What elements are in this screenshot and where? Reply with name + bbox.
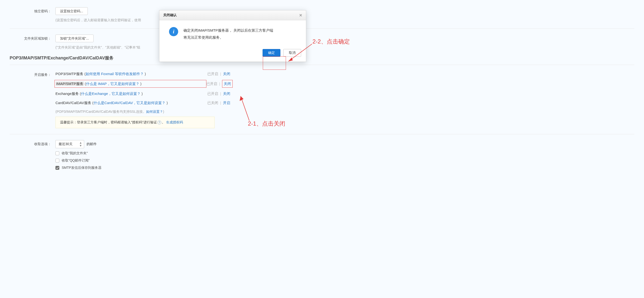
checkbox-label: 收取"我的文件夹" xyxy=(62,151,88,156)
service-name: CardDAV/CalDAV服务 xyxy=(56,101,92,105)
checkbox-qqsubscribe[interactable]: 收取"QQ邮件订阅" xyxy=(56,159,634,163)
service-toggle-link[interactable]: 关闭 xyxy=(223,91,230,97)
checkbox-icon xyxy=(56,166,59,170)
dialog-message-line2: 将无法正常使用此服务。 xyxy=(184,34,273,41)
dialog-message-line1: 确定关闭IMAP/SMTP服务器， 关闭以后在第三方客户端 xyxy=(184,27,273,34)
service-name: IMAP/SMTP服务 xyxy=(56,82,84,86)
checkbox-icon xyxy=(56,159,59,163)
separator: | xyxy=(220,100,221,106)
separator: | xyxy=(220,71,221,77)
service-name: Exchange服务 xyxy=(56,91,79,96)
service-name: POP3/SMTP服务 xyxy=(56,72,84,76)
service-status: 已开启 xyxy=(207,91,218,97)
checkbox-smtp-save[interactable]: SMTP发信后保存到服务器 xyxy=(56,166,634,170)
service-help-link[interactable]: 什么是CardDAV/CalDAV，它又是如何设置？ xyxy=(94,101,166,105)
separator: | xyxy=(220,91,221,97)
service-status: 已关闭 xyxy=(207,100,218,106)
divider xyxy=(10,65,634,65)
tip-text: 温馨提示：登录第三方客户端时，密码框请输入"授权码"进行验证 xyxy=(60,120,157,124)
service-exchange: Exchange服务 (什么是Exchange，它又是如何设置？ ) 已开启 |… xyxy=(56,91,634,97)
generate-auth-code-link[interactable]: 生成授权码 xyxy=(166,120,183,124)
services-section-title: POP3/IMAP/SMTP/Exchange/CardDAV/CalDAV服务 xyxy=(10,55,634,61)
service-status: 已开启 xyxy=(206,81,217,87)
independent-password-label: 独立密码： xyxy=(10,7,56,15)
divider xyxy=(10,134,634,134)
auth-code-tipbox: 温馨提示：登录第三方客户端时，密码框请输入"授权码"进行验证?。 生成授权码 xyxy=(56,117,214,128)
info-icon: i xyxy=(169,27,178,36)
enable-service-label: 开启服务： xyxy=(10,71,56,78)
service-help-link[interactable]: 什么是Exchange，它又是如何设置？ xyxy=(81,91,140,96)
folder-lock-hint: ("文件夹区域"是由"我的文件夹"、"其他邮箱"、"记事本"组 xyxy=(56,45,634,50)
checkbox-label: 收取"QQ邮件订阅" xyxy=(62,159,90,163)
divider xyxy=(10,29,634,29)
separator: | xyxy=(219,81,220,87)
service-help-link[interactable]: 如何使用 Foxmail 等软件收发邮件？ xyxy=(86,72,144,76)
updown-icon: ▲▼ xyxy=(79,141,82,147)
checkbox-myfolder[interactable]: 收取"我的文件夹" xyxy=(56,151,634,156)
select-value: 最近30天 xyxy=(58,142,72,146)
checkbox-label: SMTP发信后保存到服务器 xyxy=(62,166,102,170)
service-toggle-link[interactable]: 开启 xyxy=(223,100,230,106)
close-confirm-dialog: 关闭确认 × i 确定关闭IMAP/SMTP服务器， 关闭以后在第三方客户端 将… xyxy=(159,10,306,62)
receive-suffix: 的邮件 xyxy=(86,142,97,146)
ssl-hint: (POP3/IMAP/SMTP/CardDAV/CalDAV服务均支持SSL连接… xyxy=(56,109,634,114)
independent-password-hint: (设置独立密码后，进入邮箱需要输入独立密码验证，使用 xyxy=(56,17,634,23)
service-status: 已开启 xyxy=(207,71,218,77)
dialog-title: 关闭确认 xyxy=(163,13,177,17)
folder-lock-label: 文件夹区域加锁： xyxy=(10,35,56,42)
service-toggle-link[interactable]: 关闭 xyxy=(222,80,233,88)
service-carddavcaldav: CardDAV/CalDAV服务 (什么是CardDAV/CalDAV，它又是如… xyxy=(56,100,634,106)
set-independent-password-button[interactable]: 设置独立密码... xyxy=(56,7,88,15)
help-icon[interactable]: ? xyxy=(158,120,161,124)
receive-option-label: 收取选项： xyxy=(10,140,56,148)
cancel-button[interactable]: 取消 xyxy=(283,49,301,57)
service-help-link[interactable]: 什么是 IMAP，它又是如何设置？ xyxy=(86,82,139,86)
ssl-how-link[interactable]: 如何设置？ xyxy=(146,110,163,113)
receive-range-select[interactable]: 最近30天 ▲▼ xyxy=(56,140,84,148)
confirm-button[interactable]: 确定 xyxy=(262,49,280,57)
checkbox-icon xyxy=(56,152,59,155)
service-toggle-link[interactable]: 关闭 xyxy=(223,71,230,77)
close-icon[interactable]: × xyxy=(299,13,302,18)
lock-folder-button[interactable]: 加锁"文件夹区域"... xyxy=(56,35,94,42)
service-pop3smtp: POP3/SMTP服务 (如何使用 Foxmail 等软件收发邮件？ ) 已开启… xyxy=(56,71,634,77)
service-imapsmtp: IMAP/SMTP服务 (什么是 IMAP，它又是如何设置？ ) 已开启 | 关… xyxy=(56,80,634,88)
